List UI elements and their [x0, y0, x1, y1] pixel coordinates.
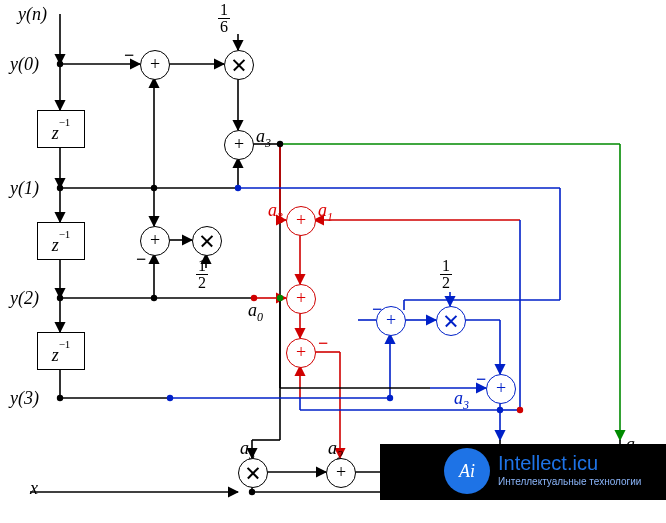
adder-top: +: [140, 50, 170, 80]
label-y1: y(1): [10, 178, 39, 199]
svg-point-81: [387, 395, 393, 401]
const-1-2-a: 12: [196, 258, 208, 293]
svg-point-71: [57, 395, 63, 401]
watermark-title: Intellect.icu: [498, 452, 598, 475]
adder-red-top: +: [286, 206, 316, 236]
svg-point-69: [57, 185, 63, 191]
label-yn: y(n): [18, 4, 47, 25]
svg-point-74: [277, 141, 283, 147]
svg-point-80: [497, 407, 503, 413]
adder-blue-1: +: [376, 306, 406, 336]
svg-point-78: [235, 185, 241, 191]
adder-blue-a1: +: [486, 374, 516, 404]
label-a3-red: a3: [268, 200, 283, 225]
sign-minus-3: −: [318, 334, 328, 352]
adder-h1: +: [326, 458, 356, 488]
delay-3: z−1: [37, 332, 85, 370]
label-y2: y(2): [10, 288, 39, 309]
svg-point-79: [167, 395, 173, 401]
svg-point-72: [151, 185, 157, 191]
adder-a3: +: [224, 130, 254, 160]
const-1-6: 16: [218, 2, 230, 37]
svg-point-73: [151, 295, 157, 301]
delay-1: z−1: [37, 110, 85, 148]
mul-h1: [238, 458, 268, 488]
sign-minus-5: −: [476, 370, 486, 388]
mul-1-2a: [192, 226, 222, 256]
label-a1-red: a1: [318, 200, 333, 225]
adder-red-a0: +: [286, 284, 316, 314]
sign-minus-1: −: [124, 46, 134, 64]
label-a3-top: a3: [256, 126, 271, 151]
watermark-badge: Ai: [444, 448, 490, 494]
svg-point-85: [277, 295, 283, 301]
mul-1-6: [224, 50, 254, 80]
svg-point-70: [57, 295, 63, 301]
adder-red-a2: +: [286, 338, 316, 368]
label-y0: y(0): [10, 54, 39, 75]
adder-mid: +: [140, 226, 170, 256]
label-y3: y(3): [10, 388, 39, 409]
delay-2: z−1: [37, 222, 85, 260]
mul-1-2b: [436, 306, 466, 336]
const-1-2-b: 12: [440, 258, 452, 293]
watermark: Ai Intellect.icu Интеллектуальные технол…: [380, 444, 666, 500]
label-x: x: [30, 478, 38, 499]
svg-point-68: [57, 61, 63, 67]
svg-point-75: [249, 489, 255, 495]
label-a3-blue: a3: [454, 388, 469, 413]
label-a0-mid: a0: [248, 300, 263, 325]
watermark-sub: Интеллектуальные технологии: [498, 476, 641, 487]
svg-point-84: [517, 407, 523, 413]
